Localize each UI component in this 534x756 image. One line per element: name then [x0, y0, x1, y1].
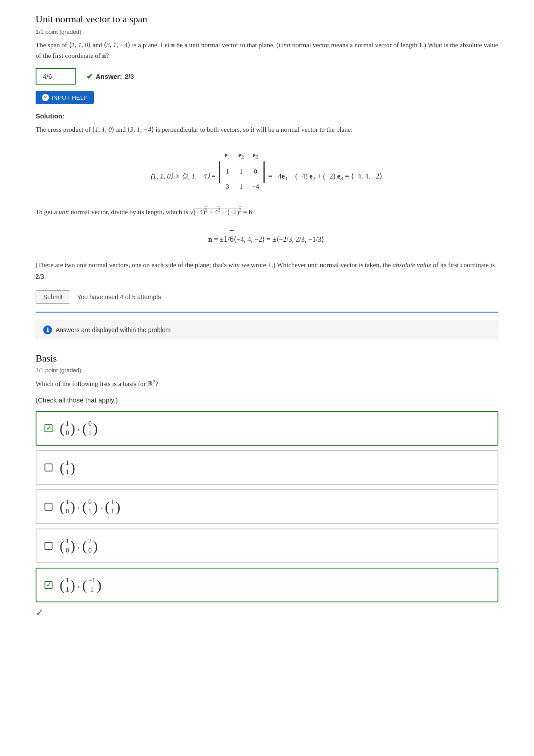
- cell-11: 1: [224, 165, 230, 178]
- cell-22: 1: [238, 180, 244, 193]
- cross-product-equation: ⟨1, 1, 0⟩ × ⟨3, 1, −4⟩ = | e1 e2 e3 1 1 …: [36, 146, 498, 195]
- vec-4-1-inner: 10: [65, 536, 71, 556]
- matrix-grid: e1 e2 e3 1 1 0 3 1 −4: [222, 146, 262, 195]
- choice-3-content: ( 10 ) , ( 01 ) , ( 11 ): [59, 496, 121, 517]
- bracket-open-1: (: [60, 421, 65, 435]
- basis-title: Basis: [36, 353, 498, 364]
- n-bold: n: [171, 41, 175, 49]
- vec-5-2: ( −11 ): [82, 575, 101, 595]
- basis-problem-text: Which of the following lists is a basis …: [36, 378, 498, 389]
- cell-12: 1: [238, 165, 244, 178]
- vec-2-1-inner: 11: [65, 457, 71, 478]
- bracket-open-7: (: [60, 539, 65, 553]
- bracket-close-5: ): [93, 500, 98, 514]
- check-all-label: (Check all those that apply.): [36, 396, 498, 404]
- vec-4-2-inner: 20: [87, 536, 93, 556]
- n-equation: n = ±1/6⟨−4, 4, −2⟩ = ±⟨−2/3, 2/3, −1/3⟩…: [36, 230, 498, 247]
- vec-3-3-inner: 11: [109, 496, 116, 517]
- correct-check-icon: ✔: [86, 72, 93, 81]
- n-bold-2: n: [102, 52, 106, 59]
- vec-3-2-inner: 01: [87, 496, 93, 517]
- info-bar-text: Answers are displayed within the problem: [56, 326, 170, 333]
- determinant-matrix: | e1 e2 e3 1 1 0 3 1 −4 |: [217, 146, 267, 195]
- bracket-close-9: ): [70, 578, 75, 592]
- input-help-label: INPUT HELP: [52, 94, 88, 101]
- choice-item-1[interactable]: ( 10 ) , ( 01 ): [36, 411, 498, 446]
- choice-item-3[interactable]: ( 10 ) , ( 01 ) , ( 11 ): [36, 489, 498, 524]
- cell-e3: e3: [252, 148, 259, 163]
- vec-2-1: ( 11 ): [60, 457, 75, 478]
- answer-value: 2/3: [125, 73, 134, 80]
- choice-item-4[interactable]: ( 10 ) , ( 20 ): [36, 528, 498, 563]
- section-basis: Basis 1/1 point (graded) Which of the fo…: [36, 353, 498, 618]
- vec-5-1-inner: 11: [65, 575, 71, 595]
- bracket-open-3: (: [60, 460, 65, 475]
- solution-label: Solution:: [36, 112, 498, 120]
- choice-5-content: ( 11 ) , ( −11 ): [59, 575, 102, 595]
- vec-3-1-inner: 10: [65, 496, 71, 517]
- bracket-open-8: (: [82, 539, 87, 553]
- bracket-open-5: (: [82, 500, 87, 514]
- choice-1-content: ( 10 ) , ( 01 ): [59, 418, 99, 439]
- solution-text-2: To get a unit normal vector, divide by i…: [36, 206, 498, 218]
- sqrt-expression: √(−4)2 + 42 + (−2)2: [190, 208, 243, 215]
- unit-word: Unit: [279, 41, 291, 49]
- checkbox-2[interactable]: [44, 463, 53, 471]
- cell-13: 0: [252, 165, 259, 178]
- vec-4-1: ( 10 ): [60, 536, 75, 556]
- bracket-close-8: ): [93, 539, 98, 553]
- final-check-icon: ✓: [36, 607, 44, 618]
- vec-4-2: ( 20 ): [82, 536, 98, 556]
- point-label: 1/1 point (graded): [36, 28, 498, 35]
- bracket-open-10: (: [82, 578, 87, 592]
- solution-text-3: (There are two unit normal vectors, one …: [36, 260, 498, 282]
- bracket-close-6: ): [116, 500, 121, 514]
- vec-3-2: ( 01 ): [82, 496, 98, 517]
- checkbox-4[interactable]: [44, 542, 53, 550]
- bracket-close-7: ): [70, 539, 75, 553]
- vec-5-2-inner: −11: [87, 575, 97, 595]
- bracket-open-6: (: [105, 500, 110, 514]
- attempts-text: You have used 4 of 5 attempts: [77, 293, 162, 301]
- bracket-open-2: (: [82, 421, 87, 435]
- input-help-button[interactable]: ? INPUT HELP: [36, 91, 94, 104]
- answer-row: 4/6 ✔ Answer: 2/3: [36, 68, 498, 85]
- bracket-close-4: ): [70, 500, 75, 514]
- choice-item-2[interactable]: ( 11 ): [36, 450, 498, 485]
- bracket-open-4: (: [60, 500, 65, 514]
- basis-point-label: 1/1 point (graded): [36, 367, 498, 374]
- choice-4-content: ( 10 ) , ( 20 ): [59, 536, 99, 556]
- vec-1-2: ( 01 ): [82, 418, 98, 439]
- final-checkmark: ✓: [36, 607, 498, 618]
- section-title: Unit normal vector to a span: [36, 13, 498, 25]
- bracket-open-9: (: [60, 578, 65, 592]
- problem-text: The span of ⟨1, 1, 0⟩ and ⟨3, 1, −4⟩ is …: [36, 40, 498, 61]
- cell-23: −4: [252, 180, 259, 193]
- vec-1-1-inner: 10: [65, 418, 71, 439]
- checkbox-3[interactable]: [44, 503, 53, 511]
- answer-correct-display: ✔ Answer: 2/3: [86, 72, 134, 81]
- bracket-close-1: ): [70, 421, 75, 435]
- choice-item-5[interactable]: ( 11 ) , ( −11 ): [36, 568, 498, 602]
- vec-3-1: ( 10 ): [60, 496, 75, 517]
- info-icon: ℹ: [43, 325, 52, 334]
- bracket-left: |: [217, 159, 222, 182]
- vec-1-1: ( 10 ): [60, 418, 75, 439]
- vec-3-3: ( 11 ): [105, 496, 121, 517]
- cell-e1: e1: [224, 148, 230, 163]
- bracket-close-10: ): [97, 578, 101, 592]
- bracket-close-3: ): [70, 460, 75, 475]
- abs-val-italic: absolute value: [392, 261, 431, 268]
- solution-text-1: The cross product of ⟨1, 1, 0⟩ and ⟨3, 1…: [36, 124, 498, 136]
- answer-input-box[interactable]: 4/6: [36, 68, 76, 85]
- input-help-icon: ?: [42, 94, 49, 101]
- checkbox-5[interactable]: [44, 581, 53, 589]
- vec-1-2-inner: 01: [87, 418, 93, 439]
- vec-5-1: ( 11 ): [60, 575, 75, 595]
- checkbox-1[interactable]: [44, 424, 53, 432]
- bracket-close-2: ): [93, 421, 98, 435]
- submit-button[interactable]: Submit: [36, 290, 70, 304]
- cell-e2: e2: [238, 148, 244, 163]
- choice-2-content: ( 11 ): [59, 457, 76, 478]
- cell-21: 3: [224, 180, 230, 193]
